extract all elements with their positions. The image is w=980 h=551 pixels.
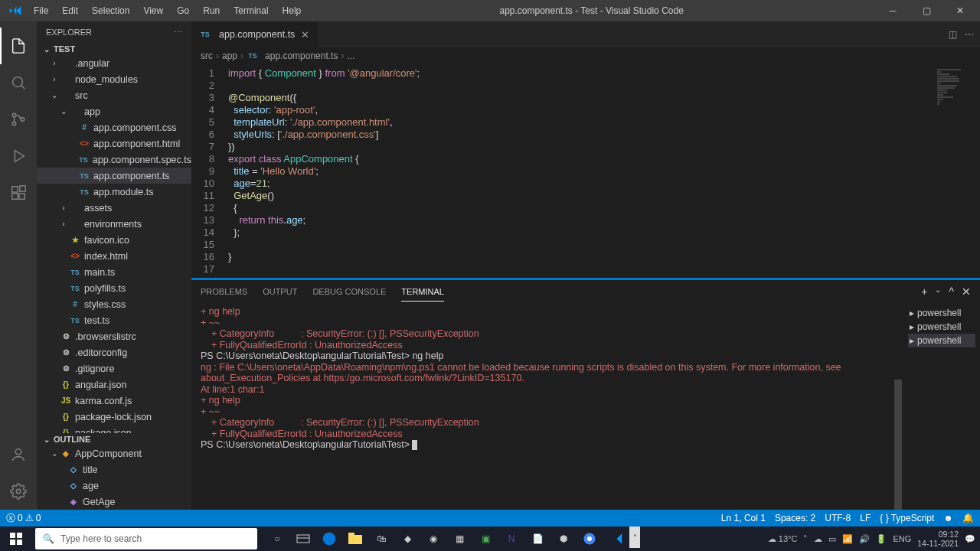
tree-item[interactable]: JSkarma.conf.js xyxy=(37,393,191,409)
tray-onedrive-icon[interactable]: ☁ xyxy=(814,534,822,544)
tree-item[interactable]: #app.component.css xyxy=(37,119,191,135)
editor-tab[interactable]: TS app.component.ts ✕ xyxy=(191,21,319,47)
tree-item[interactable]: ›assets xyxy=(37,200,191,216)
tree-item[interactable]: TSapp.component.spec.ts xyxy=(37,152,191,168)
file-explorer-icon[interactable] xyxy=(343,527,368,551)
run-debug-icon[interactable] xyxy=(0,138,37,174)
settings-gear-icon[interactable] xyxy=(0,473,37,510)
terminal-dropdown-icon[interactable]: ⌄ xyxy=(935,285,941,298)
project-section[interactable]: ⌄TEST xyxy=(37,43,191,55)
terminal-list-item[interactable]: ▸powershell xyxy=(908,334,975,347)
terminal-list-item[interactable]: ▸powershell xyxy=(908,306,975,320)
tree-item[interactable]: ›node_modules xyxy=(37,71,191,87)
feedback-icon[interactable]: ☻ xyxy=(943,513,953,523)
app-icon-1[interactable]: ◆ xyxy=(395,527,420,551)
menu-view[interactable]: View xyxy=(137,2,169,19)
menu-selection[interactable]: Selection xyxy=(86,2,136,19)
tree-item[interactable]: TStest.ts xyxy=(37,312,191,328)
tree-item[interactable]: ›.angular xyxy=(37,55,191,71)
app-icon-4[interactable]: ▣ xyxy=(473,527,498,551)
minimize-button[interactable]: ─ xyxy=(876,0,910,21)
vscode-taskbar-icon[interactable] xyxy=(603,527,628,551)
split-editor-icon[interactable]: ◫ xyxy=(949,29,957,40)
tree-item[interactable]: {}package.json xyxy=(37,425,191,433)
cortana-icon[interactable]: ○ xyxy=(265,527,289,551)
clock[interactable]: 09:1214-11-2021 xyxy=(917,530,959,548)
tab-problems[interactable]: PROBLEMS xyxy=(201,282,247,301)
tree-item[interactable]: <>app.component.html xyxy=(37,135,191,152)
menu-file[interactable]: File xyxy=(28,2,54,19)
tray-wifi-icon[interactable]: 📶 xyxy=(842,534,853,544)
language-mode[interactable]: { } TypeScript xyxy=(880,513,934,523)
menu-run[interactable]: Run xyxy=(197,2,226,19)
new-terminal-icon[interactable]: + xyxy=(921,285,927,298)
app-icon-6[interactable]: 📄 xyxy=(525,527,550,551)
search-icon[interactable] xyxy=(0,64,37,101)
app-icon-5[interactable]: N xyxy=(499,527,524,551)
tray-volume-icon[interactable]: 🔊 xyxy=(859,534,870,544)
eol[interactable]: LF xyxy=(860,513,871,523)
tray-battery-icon[interactable]: 🔋 xyxy=(876,534,887,544)
tree-item[interactable]: ⌄src xyxy=(37,87,191,103)
task-view-icon[interactable] xyxy=(291,527,315,551)
weather-widget[interactable]: ☁ 13°C xyxy=(768,534,798,544)
tree-item[interactable]: #styles.css xyxy=(37,296,191,312)
status-errors[interactable]: ⓧ0 ⚠0 xyxy=(6,512,41,525)
tree-item[interactable]: ›environments xyxy=(37,216,191,232)
tree-item[interactable]: ⚙.editorconfig xyxy=(37,344,191,360)
tab-debug-console[interactable]: DEBUG CONSOLE xyxy=(312,282,386,301)
accounts-icon[interactable] xyxy=(0,436,37,473)
explorer-icon[interactable] xyxy=(0,28,37,64)
tab-close-icon[interactable]: ✕ xyxy=(299,29,311,41)
tab-terminal[interactable]: TERMINAL xyxy=(401,282,444,302)
outline-section[interactable]: ⌄OUTLINE xyxy=(37,433,191,445)
menu-help[interactable]: Help xyxy=(276,2,308,19)
tray-meet-icon[interactable]: ▭ xyxy=(828,534,836,544)
app-icon-3[interactable]: ▦ xyxy=(447,527,472,551)
encoding[interactable]: UTF-8 xyxy=(825,513,851,523)
close-panel-icon[interactable]: ✕ xyxy=(962,285,971,298)
app-icon-2[interactable]: ◉ xyxy=(421,527,446,551)
tab-output[interactable]: OUTPUT xyxy=(263,282,297,301)
tree-item[interactable]: ★favicon.ico xyxy=(37,232,191,248)
extensions-icon[interactable] xyxy=(0,174,37,211)
outline-member[interactable]: ◇title xyxy=(37,461,191,478)
menu-terminal[interactable]: Terminal xyxy=(227,2,274,19)
terminal-scrollbar[interactable] xyxy=(894,380,902,510)
tray-language[interactable]: ENG xyxy=(893,534,911,543)
more-icon[interactable]: ⋯ xyxy=(174,28,182,37)
chrome-icon[interactable] xyxy=(577,527,602,551)
tree-item[interactable]: <>index.html xyxy=(37,248,191,264)
tray-chevron-icon[interactable]: ˄ xyxy=(803,534,808,544)
indent[interactable]: Spaces: 2 xyxy=(775,513,815,523)
terminal-list-item[interactable]: ▸powershell xyxy=(908,320,975,334)
store-icon[interactable]: 🛍 xyxy=(369,527,394,551)
terminal-output[interactable]: + ng help + ~~ + CategoryInfo : Security… xyxy=(191,303,903,510)
overflow-up-icon[interactable]: ˄ xyxy=(629,527,640,548)
outline-member[interactable]: ◇age xyxy=(37,478,191,494)
outline-class[interactable]: ⌄◆AppComponent xyxy=(37,445,191,461)
tree-item[interactable]: ⚙.browserslistrc xyxy=(37,328,191,344)
notifications-icon[interactable]: 🔔 xyxy=(962,513,974,523)
edge-icon[interactable] xyxy=(317,527,341,551)
app-icon-7[interactable]: ⬢ xyxy=(551,527,576,551)
menu-edit[interactable]: Edit xyxy=(56,2,84,19)
cursor-position[interactable]: Ln 1, Col 1 xyxy=(721,513,766,523)
tree-item[interactable]: TSapp.component.ts xyxy=(37,168,191,184)
tree-item[interactable]: ⌄app xyxy=(37,103,191,119)
tab-more-icon[interactable]: ⋯ xyxy=(965,29,974,40)
tree-item[interactable]: TSpolyfills.ts xyxy=(37,280,191,296)
notification-center-icon[interactable]: 💬 xyxy=(965,534,975,544)
tree-item[interactable]: {}package-lock.json xyxy=(37,409,191,425)
maximize-panel-icon[interactable]: ^ xyxy=(949,285,954,298)
breadcrumb[interactable]: src› app› TSapp.component.ts› ... xyxy=(191,47,980,64)
tree-item[interactable]: TSapp.module.ts xyxy=(37,184,191,200)
menu-go[interactable]: Go xyxy=(171,2,195,19)
start-button[interactable] xyxy=(0,527,32,551)
source-control-icon[interactable] xyxy=(0,101,37,138)
outline-member[interactable]: ◈GetAge xyxy=(37,494,191,510)
tree-item[interactable]: {}angular.json xyxy=(37,377,191,393)
close-button[interactable]: ✕ xyxy=(943,0,977,21)
maximize-button[interactable]: ▢ xyxy=(910,0,943,21)
taskbar-search[interactable]: 🔍 Type here to search xyxy=(35,528,257,549)
